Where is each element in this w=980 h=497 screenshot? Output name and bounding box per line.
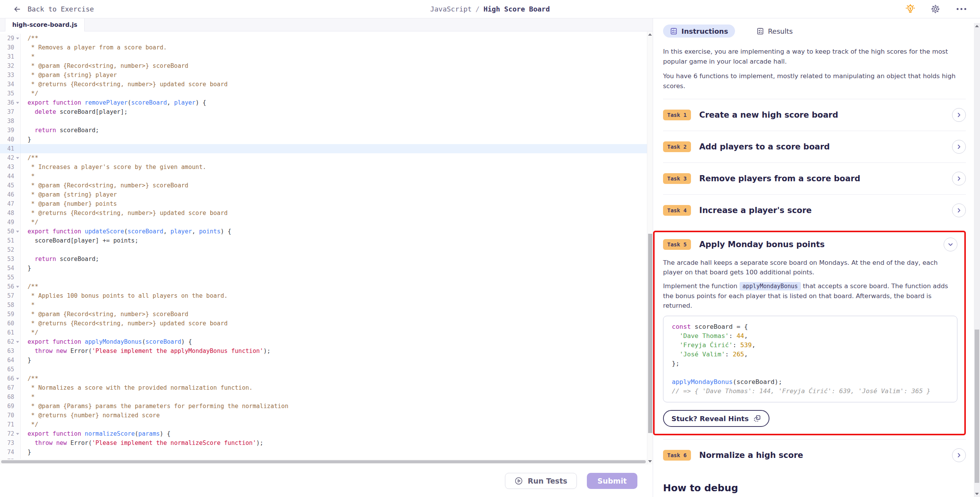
code-line[interactable]: 56/** — [0, 282, 647, 291]
topbar-actions — [905, 4, 967, 14]
code-line[interactable]: 30 * Removes a player from a score board… — [0, 43, 647, 52]
code-line[interactable]: 73 throw new Error('Please implement the… — [0, 438, 647, 448]
tab-results[interactable]: Results — [750, 25, 800, 38]
scroll-up-icon[interactable] — [648, 33, 652, 36]
panel-scroll-thumb[interactable] — [975, 330, 979, 483]
fold-toggle-icon[interactable] — [16, 378, 19, 380]
collapse-task-button[interactable] — [944, 238, 957, 251]
code-line[interactable]: 58 * — [0, 300, 647, 310]
fold-toggle-icon[interactable] — [16, 157, 19, 159]
fold-toggle-icon[interactable] — [16, 102, 19, 104]
expand-task-button[interactable] — [952, 172, 966, 185]
task-badge: Task 1 — [663, 110, 691, 120]
code-line[interactable]: 43 * Increases a player's score by the g… — [0, 162, 647, 172]
reveal-hints-button[interactable]: Stuck? Reveal Hints — [663, 410, 769, 427]
code-line[interactable]: 69 * @param {Params} params the paramete… — [0, 402, 647, 411]
code-line[interactable]: 60 * @returns {Record<string, number>} u… — [0, 319, 647, 328]
code-line[interactable]: 29/** — [0, 34, 647, 43]
code-line[interactable]: 32 * @param {Record<string, number>} sco… — [0, 61, 647, 71]
code-line[interactable]: 46 * @param {string} player — [0, 190, 647, 199]
code-line[interactable]: 65 — [0, 365, 647, 374]
breadcrumb: JavaScript/High Score Board — [0, 5, 980, 13]
code-line[interactable]: 66/** — [0, 374, 647, 383]
panel-scroll-down-icon[interactable] — [975, 493, 979, 495]
code-line[interactable]: 37 delete scoreBoard[player]; — [0, 107, 647, 116]
code-line[interactable]: 52 — [0, 245, 647, 254]
code-line[interactable]: 64} — [0, 356, 647, 365]
code-line[interactable]: 63 throw new Error('Please implement the… — [0, 346, 647, 356]
code-line[interactable]: 61 */ — [0, 328, 647, 337]
code-line-text — [21, 116, 31, 126]
code-line[interactable]: 36export function removePlayer(scoreBoar… — [0, 98, 647, 107]
scroll-down-icon[interactable] — [648, 460, 652, 463]
code-line[interactable]: 35 */ — [0, 89, 647, 98]
task-badge: Task 6 — [663, 450, 691, 461]
code-line[interactable]: 67 * Normalizes a score with the provide… — [0, 383, 647, 392]
code-line[interactable]: 49 */ — [0, 218, 647, 227]
file-tab[interactable]: high-score-board.js — [5, 18, 85, 31]
code-line[interactable]: 45 * @param {Record<string, number>} sco… — [0, 181, 647, 190]
task-row-5[interactable]: Task 5Apply Monday bonus points — [663, 237, 957, 254]
code-line[interactable]: 31 * — [0, 52, 647, 61]
code-editor[interactable]: 29/**30 * Removes a player from a score … — [0, 31, 653, 464]
code-line[interactable]: 54} — [0, 264, 647, 273]
code-line[interactable]: 48 * @returns {Record<string, number>} u… — [0, 208, 647, 218]
line-number: 39 — [0, 126, 21, 135]
code-line[interactable]: 55 — [0, 273, 647, 282]
code-line-text: * @param {Record<string, number>} scoreB… — [21, 181, 188, 190]
task-title: Increase a player's score — [699, 206, 812, 215]
code-line[interactable]: 71 */ — [0, 420, 647, 429]
code-line[interactable]: 50export function updateScore(scoreBoard… — [0, 227, 647, 236]
editor-vertical-scrollbar[interactable] — [647, 31, 653, 464]
code-line-text: export function removePlayer(scoreBoard,… — [21, 98, 206, 107]
code-line-text: return scoreBoard; — [21, 126, 99, 135]
code-line[interactable]: 34 * @returns {Record<string, number>} u… — [0, 80, 647, 89]
task-row-1[interactable]: Task 1Create a new high score board — [663, 99, 966, 131]
editor-vscroll-thumb[interactable] — [648, 234, 652, 433]
line-number: 42 — [0, 153, 21, 162]
expand-task-button[interactable] — [952, 448, 966, 462]
more-options-icon[interactable] — [956, 8, 967, 10]
code-line[interactable]: 41 — [0, 144, 647, 153]
code-line[interactable]: 47 * @param {number} points — [0, 199, 647, 208]
task-row-2[interactable]: Task 2Add players to a score board — [663, 131, 966, 162]
gear-icon[interactable] — [931, 4, 940, 14]
code-line[interactable]: 33 * @param {string} player — [0, 71, 647, 80]
code-line[interactable]: 40} — [0, 135, 647, 144]
code-line[interactable]: 59 * @param {Record<string, number>} sco… — [0, 310, 647, 319]
code-line[interactable]: 62export function applyMondayBonus(score… — [0, 337, 647, 346]
expand-task-button[interactable] — [952, 108, 966, 122]
editor-hscroll-thumb[interactable] — [1, 460, 646, 463]
run-tests-button[interactable]: Run Tests — [505, 473, 577, 489]
expand-task-button[interactable] — [952, 203, 966, 217]
lightbulb-icon[interactable] — [905, 4, 915, 14]
line-number: 41 — [0, 144, 21, 153]
panel-scrollbar[interactable] — [974, 23, 980, 497]
submit-button[interactable]: Submit — [587, 473, 637, 489]
code-line[interactable]: 38 — [0, 116, 647, 126]
fold-toggle-icon[interactable] — [16, 286, 19, 288]
code-line[interactable]: 74} — [0, 448, 647, 457]
code-line[interactable]: 44 * — [0, 172, 647, 181]
code-line[interactable]: 70 * @returns {number} normalized score — [0, 411, 647, 420]
back-to-exercise-link[interactable]: Back to Exercise — [13, 5, 94, 13]
expand-task-button[interactable] — [952, 140, 966, 154]
task-row-6[interactable]: Task 6Normalize a high score — [663, 439, 966, 471]
editor-horizontal-scrollbar[interactable] — [0, 459, 647, 464]
code-line[interactable]: 68 * — [0, 392, 647, 402]
code-line[interactable]: 39 return scoreBoard; — [0, 126, 647, 135]
code-line[interactable]: 53 return scoreBoard; — [0, 254, 647, 264]
code-line[interactable]: 51 scoreBoard[player] += points; — [0, 236, 647, 245]
fold-toggle-icon[interactable] — [16, 341, 19, 343]
code-line-text: } — [21, 135, 31, 144]
task-row-4[interactable]: Task 4Increase a player's score — [663, 194, 966, 226]
code-line[interactable]: 72export function normalizeScore(params)… — [0, 429, 647, 438]
code-line[interactable]: 42/** — [0, 153, 647, 162]
fold-toggle-icon[interactable] — [16, 38, 19, 39]
task-row-3[interactable]: Task 3Remove players from a score board — [663, 162, 966, 194]
fold-toggle-icon[interactable] — [16, 433, 19, 435]
panel-scroll-up-icon[interactable] — [975, 25, 979, 27]
code-line[interactable]: 57 * Applies 100 bonus points to all pla… — [0, 291, 647, 300]
fold-toggle-icon[interactable] — [16, 231, 19, 233]
tab-instructions[interactable]: Instructions — [663, 25, 735, 38]
